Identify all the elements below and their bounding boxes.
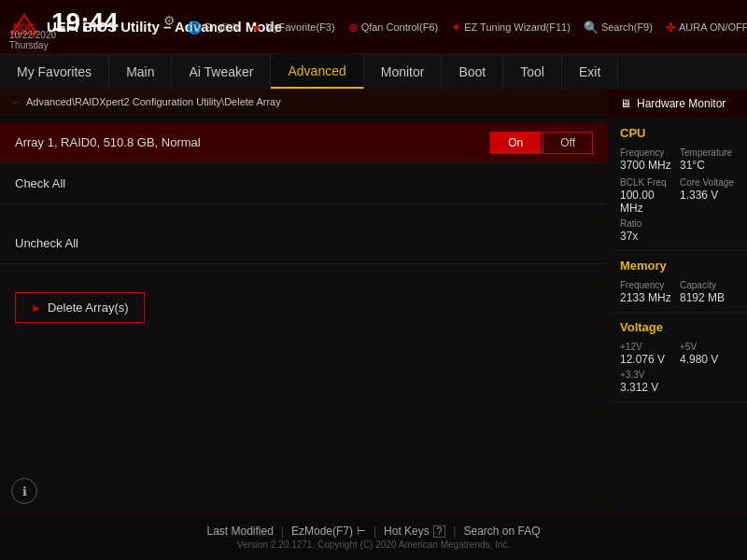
content-panel: ← Advanced\RAIDXpert2 Configuration Util…	[0, 90, 609, 513]
nav-my-favorites[interactable]: My Favorites	[0, 54, 109, 89]
hw-panel: 🖥 Hardware Monitor CPU Frequency 3700 MH…	[609, 90, 747, 513]
footer-hot-keys[interactable]: Hot Keys ?	[384, 525, 445, 538]
arrow-right-icon: ►	[31, 301, 42, 315]
cpu-freq-value: 3700 MHz	[620, 159, 676, 172]
tool-english[interactable]: 🌐 English	[187, 21, 238, 35]
mem-capacity-item: Capacity 8192 MB	[680, 280, 736, 304]
core-voltage-label: Core Voltage	[680, 177, 736, 188]
nav-main[interactable]: Main	[109, 54, 172, 89]
footer-sep3: |	[453, 525, 456, 538]
nav-monitor[interactable]: Monitor	[364, 54, 443, 89]
footer-sep1: |	[281, 525, 284, 538]
nav-ai-tweaker[interactable]: Ai Tweaker	[172, 54, 271, 89]
v12-value: 12.076 V	[620, 353, 676, 366]
v5-value: 4.980 V	[680, 353, 736, 366]
cpu-freq-item: Frequency 3700 MHz	[620, 147, 676, 172]
cpu-grid: Frequency 3700 MHz Temperature 31°C BCLK…	[620, 147, 736, 215]
off-button[interactable]: Off	[543, 132, 593, 154]
cpu-temp-value: 31°C	[680, 159, 736, 172]
uncheck-all-row: Uncheck All	[0, 223, 608, 264]
v5-item: +5V 4.980 V	[680, 342, 736, 366]
footer-sep2: |	[374, 525, 376, 538]
ratio-value: 37x	[620, 230, 736, 243]
footer-copyright: Version 2.20.1271. Copyright (C) 2020 Am…	[237, 539, 510, 550]
ratio-label: Ratio	[620, 218, 736, 229]
voltage-section: Voltage +12V 12.076 V +5V 4.980 V +3.3V …	[609, 313, 747, 402]
nav-tool[interactable]: Tool	[503, 54, 562, 89]
aura-icon: ✤	[666, 21, 676, 35]
cpu-freq-label: Frequency	[620, 147, 676, 158]
wizard-icon: ✦	[451, 21, 461, 35]
cpu-temp-label: Temperature	[680, 147, 736, 158]
hw-panel-title: 🖥 Hardware Monitor	[609, 90, 747, 119]
main-layout: ← Advanced\RAIDXpert2 Configuration Util…	[0, 90, 747, 513]
bclk-value: 100.00 MHz	[620, 189, 676, 215]
cpu-title: CPU	[620, 126, 736, 140]
bclk-label: BCLK Freq	[620, 177, 676, 188]
breadcrumb: ← Advanced\RAIDXpert2 Configuration Util…	[0, 90, 608, 115]
fan-icon: ⊕	[348, 21, 359, 35]
footer-top: Last Modified | EzMode(F7) ⊢ | Hot Keys …	[0, 525, 747, 538]
breadcrumb-text: Advanced\RAIDXpert2 Configuration Utilit…	[26, 96, 281, 107]
search-icon: 🔍	[584, 21, 599, 35]
cpu-temp-item: Temperature 31°C	[680, 147, 736, 172]
hotkeys-icon: ?	[433, 525, 446, 538]
v33-value: 3.312 V	[620, 381, 736, 394]
toggle-group: On Off	[490, 132, 593, 154]
ez-mode-icon: ⊢	[357, 525, 366, 538]
mem-capacity-label: Capacity	[680, 280, 736, 290]
memory-title: Memory	[620, 259, 736, 273]
content-rows: Array 1, RAID0, 510.8 GB, Normal On Off …	[0, 115, 608, 513]
check-all-label: Check All	[15, 176, 593, 190]
on-button[interactable]: On	[490, 132, 541, 154]
monitor-icon: 🖥	[620, 97, 631, 110]
spacer2	[0, 264, 608, 283]
tool-search[interactable]: 🔍 Search(F9)	[584, 21, 653, 35]
back-arrow-icon[interactable]: ←	[11, 95, 22, 108]
voltage-grid: +12V 12.076 V +5V 4.980 V	[620, 342, 736, 366]
footer-ez-mode[interactable]: EzMode(F7) ⊢	[291, 525, 366, 538]
v33-label: +3.3V	[620, 370, 736, 380]
array-row: Array 1, RAID0, 510.8 GB, Normal On Off	[0, 122, 608, 163]
array-label: Array 1, RAID0, 510.8 GB, Normal	[15, 135, 490, 149]
delete-arrays-row: ► Delete Array(s)	[0, 283, 608, 332]
cpu-section: CPU Frequency 3700 MHz Temperature 31°C …	[609, 119, 747, 251]
mem-freq-label: Frequency	[620, 280, 676, 290]
ratio-item: Ratio 37x	[620, 218, 736, 243]
memory-section: Memory Frequency 2133 MHz Capacity 8192 …	[609, 251, 747, 313]
footer: Last Modified | EzMode(F7) ⊢ | Hot Keys …	[0, 513, 747, 560]
info-button[interactable]: ℹ	[11, 478, 37, 504]
v5-label: +5V	[680, 342, 736, 352]
core-voltage-item: Core Voltage 1.336 V	[680, 177, 736, 215]
nav-bar: My Favorites Main Ai Tweaker Advanced Mo…	[0, 54, 747, 90]
v12-item: +12V 12.076 V	[620, 342, 676, 366]
mem-capacity-value: 8192 MB	[680, 291, 736, 304]
tool-aura[interactable]: ✤ AURA ON/OFF(F4)	[666, 21, 747, 35]
tool-ez-tuning[interactable]: ✦ EZ Tuning Wizard(F11)	[451, 21, 571, 35]
globe-icon: 🌐	[187, 21, 202, 35]
gear-icon[interactable]: ⚙	[163, 13, 176, 28]
header: ROG UEFI BIOS Utility – Advanced Mode 10…	[0, 0, 747, 54]
header-time: 19:44	[51, 7, 119, 37]
memory-grid: Frequency 2133 MHz Capacity 8192 MB	[620, 280, 736, 304]
header-tools: 🌐 English ★ MyFavorite(F3) ⊕ Qfan Contro…	[187, 0, 747, 54]
nav-exit[interactable]: Exit	[562, 54, 618, 89]
v12-label: +12V	[620, 342, 676, 352]
delete-arrays-button[interactable]: ► Delete Array(s)	[15, 292, 145, 323]
star-icon: ★	[251, 21, 262, 35]
mem-freq-item: Frequency 2133 MHz	[620, 280, 676, 304]
core-voltage-value: 1.336 V	[680, 189, 736, 202]
voltage-title: Voltage	[620, 320, 736, 334]
footer-search-faq[interactable]: Search on FAQ	[463, 525, 540, 538]
tool-qfan[interactable]: ⊕ Qfan Control(F6)	[348, 21, 439, 35]
footer-last-modified[interactable]: Last Modified	[206, 525, 273, 538]
header-date: 10/22/2020Thursday	[9, 30, 56, 50]
tool-myfavorite[interactable]: ★ MyFavorite(F3)	[251, 21, 335, 35]
bclk-item: BCLK Freq 100.00 MHz	[620, 177, 676, 215]
v33-item: +3.3V 3.312 V	[620, 370, 736, 394]
uncheck-all-label: Uncheck All	[15, 236, 593, 250]
check-all-row: Check All	[0, 163, 608, 204]
nav-boot[interactable]: Boot	[442, 54, 503, 89]
mem-freq-value: 2133 MHz	[620, 291, 676, 304]
nav-advanced[interactable]: Advanced	[271, 54, 363, 89]
